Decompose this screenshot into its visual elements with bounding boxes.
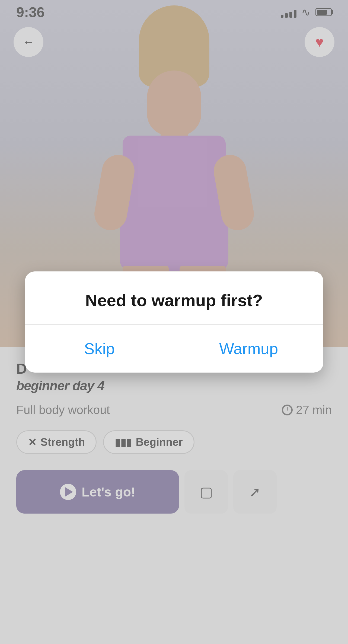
modal-overlay: Need to warmup first? Skip Warmup [0,0,348,644]
warmup-modal: Need to warmup first? Skip Warmup [25,271,323,372]
skip-button[interactable]: Skip [25,325,174,373]
modal-title-area: Need to warmup first? [25,271,323,324]
warmup-button[interactable]: Warmup [174,325,323,373]
modal-actions: Skip Warmup [25,325,323,373]
modal-title: Need to warmup first? [41,290,307,310]
